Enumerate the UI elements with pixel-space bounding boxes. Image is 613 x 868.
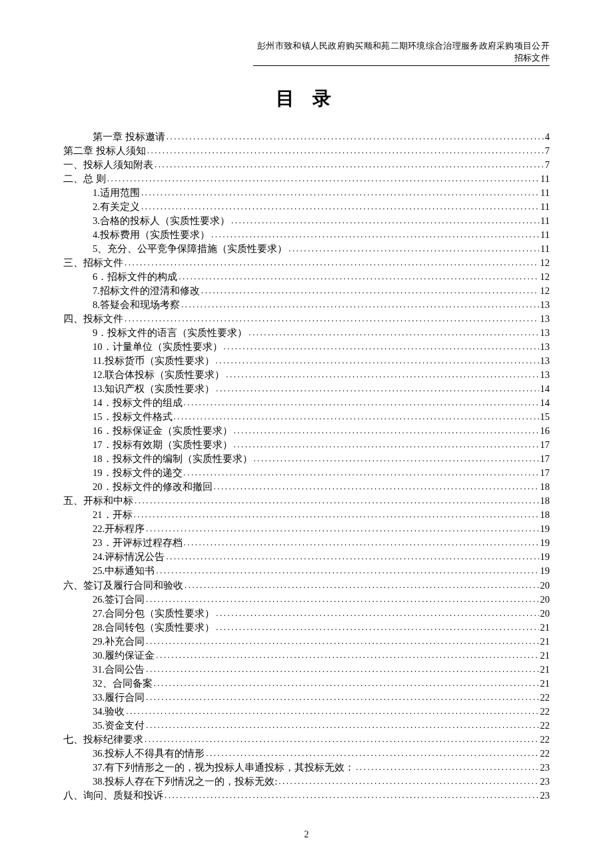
- toc-entry-label: 38.投标人存在下列情况之一的，投标无效:: [93, 775, 277, 789]
- toc-entry-label: 33.履行合同: [93, 691, 145, 705]
- toc-entry-label: 2.有关定义: [93, 200, 140, 214]
- toc-entry: 29.补充合同21: [63, 635, 550, 649]
- toc-entry-page: 14: [540, 382, 550, 396]
- toc-title: 目 录: [63, 86, 550, 111]
- toc-entry-label: 四、投标文件: [63, 312, 123, 326]
- toc-leader-dots: [181, 299, 539, 311]
- toc-leader-dots: [141, 201, 539, 213]
- toc-entry: 9．投标文件的语言（实质性要求）13: [63, 326, 550, 340]
- toc-leader-dots: [234, 439, 539, 451]
- toc-leader-dots: [147, 145, 544, 157]
- toc-entry-page: 21: [540, 649, 550, 663]
- toc-entry: 31.合同公告21: [63, 663, 550, 677]
- toc-entry: 八、询问、质疑和投诉23: [63, 789, 550, 803]
- toc-entry-page: 17: [540, 438, 550, 452]
- toc-entry-page: 17: [540, 452, 550, 466]
- toc-entry-page: 21: [540, 635, 550, 649]
- toc-entry-label: 5、充分、公平竞争保障措施（实质性要求）: [93, 242, 287, 256]
- toc-leader-dots: [125, 257, 539, 269]
- toc-entry-label: 4.投标费用（实质性要求）: [93, 228, 210, 242]
- toc-entry-label: 31.合同公告: [93, 663, 145, 677]
- toc-entry-label: 三、招标文件: [63, 256, 123, 270]
- toc-entry-page: 11: [540, 228, 550, 242]
- toc-entry-page: 12: [540, 256, 550, 270]
- toc-entry: 24.评标情况公告19: [63, 550, 550, 564]
- toc-entry-page: 22: [540, 705, 550, 719]
- toc-entry-label: 1.适用范围: [93, 186, 140, 200]
- toc-entry: 37.有下列情形之一的，视为投标人串通投标，其投标无效：23: [63, 761, 550, 775]
- toc-entry-page: 12: [540, 284, 550, 298]
- toc-leader-dots: [216, 383, 538, 395]
- toc-entry-label: 18．投标文件的编制（实质性要求）: [93, 452, 253, 466]
- toc-entry-label: 36.投标人不得具有的情形: [93, 747, 205, 761]
- toc-entry-label: 第二章 投标人须知: [63, 144, 146, 158]
- toc-leader-dots: [211, 229, 539, 241]
- toc-entry: 七、投标纪律要求22: [63, 733, 550, 747]
- toc-entry-page: 11: [540, 214, 550, 228]
- toc-entry: 五、开标和中标18: [63, 494, 550, 508]
- toc-entry-page: 13: [540, 326, 550, 340]
- toc-entry-page: 15: [540, 410, 550, 424]
- toc-entry-label: 6．招标文件的构成: [93, 270, 177, 284]
- toc-entry: 5、充分、公平竞争保障措施（实质性要求）11: [63, 242, 550, 256]
- toc-entry-page: 14: [540, 396, 550, 410]
- toc-entry-page: 23: [540, 789, 550, 803]
- toc-entry: 30.履约保证金21: [63, 649, 550, 663]
- toc-entry-page: 19: [540, 536, 550, 550]
- toc-entry-page: 13: [540, 368, 550, 382]
- toc-leader-dots: [141, 187, 539, 199]
- toc-entry-page: 21: [540, 663, 550, 677]
- toc-leader-dots: [184, 537, 539, 549]
- toc-entry-page: 11: [540, 172, 550, 186]
- toc-entry-page: 13: [540, 312, 550, 326]
- toc-entry-label: 23．开评标过程存档: [93, 536, 183, 550]
- toc-entry-page: 20: [540, 593, 550, 607]
- toc-entry: 第一章 投标邀请4: [63, 130, 550, 144]
- toc-leader-dots: [146, 691, 538, 704]
- toc-entry: 16．投标保证金（实质性要求）16: [63, 424, 550, 438]
- toc-entry-label: 28.合同转包（实质性要求）: [93, 621, 215, 635]
- toc-leader-dots: [254, 453, 539, 465]
- toc-leader-dots: [216, 355, 539, 367]
- toc-leader-dots: [156, 565, 538, 577]
- toc-entry: 8.答疑会和现场考察13: [63, 298, 550, 312]
- toc-leader-dots: [126, 705, 538, 718]
- toc-entry-page: 19: [540, 522, 550, 536]
- toc-entry-page: 13: [540, 354, 550, 368]
- toc-entry: 34.验收22: [63, 705, 550, 719]
- toc-entry: 33.履行合同22: [63, 691, 550, 705]
- toc-entry-page: 21: [540, 621, 550, 635]
- toc-entry-page: 22: [540, 747, 550, 761]
- toc-entry-label: 3.合格的投标人（实质性要求）: [93, 214, 230, 228]
- toc-entry-page: 21: [540, 677, 550, 691]
- toc-entry-page: 22: [540, 733, 550, 747]
- toc-entry: 一、投标人须知附表7: [63, 158, 550, 172]
- toc-entry: 22.开标程序19: [63, 522, 550, 536]
- toc-entry: 38.投标人存在下列情况之一的，投标无效:23: [63, 775, 550, 789]
- toc-entry-label: 27.合同分包（实质性要求）: [93, 607, 215, 621]
- toc-entry-label: 34.验收: [93, 705, 125, 719]
- toc-leader-dots: [167, 131, 544, 143]
- toc-entry-label: 7.招标文件的澄清和修改: [93, 284, 200, 298]
- toc-entry-label: 13.知识产权（实质性要求）: [93, 382, 215, 396]
- toc-leader-dots: [234, 425, 539, 437]
- toc-entry-label: 16．投标保证金（实质性要求）: [93, 424, 233, 438]
- toc-entry: 15．投标文件格式15: [63, 410, 550, 424]
- toc-entry: 36.投标人不得具有的情形22: [63, 747, 550, 761]
- toc-entry: 35.资金支付22: [63, 719, 550, 733]
- toc-leader-dots: [279, 775, 538, 788]
- toc-leader-dots: [226, 369, 538, 381]
- toc-leader-dots: [356, 761, 538, 774]
- toc-entry: 11.投标货币（实质性要求）13: [63, 354, 550, 368]
- toc-entry-label: 9．投标文件的语言（实质性要求）: [93, 326, 247, 340]
- toc-leader-dots: [224, 341, 539, 353]
- toc-entry: 10．计量单位（实质性要求）13: [63, 340, 550, 354]
- page-number: 2: [63, 829, 550, 840]
- toc-entry-page: 22: [540, 719, 550, 733]
- toc-leader-dots: [179, 271, 538, 283]
- toc-entry-label: 五、开标和中标: [63, 494, 133, 508]
- toc-entry: 四、投标文件13: [63, 312, 550, 326]
- toc-entry-label: 29.补充合同: [93, 635, 145, 649]
- toc-entry-page: 23: [540, 761, 550, 775]
- toc-leader-dots: [134, 509, 539, 521]
